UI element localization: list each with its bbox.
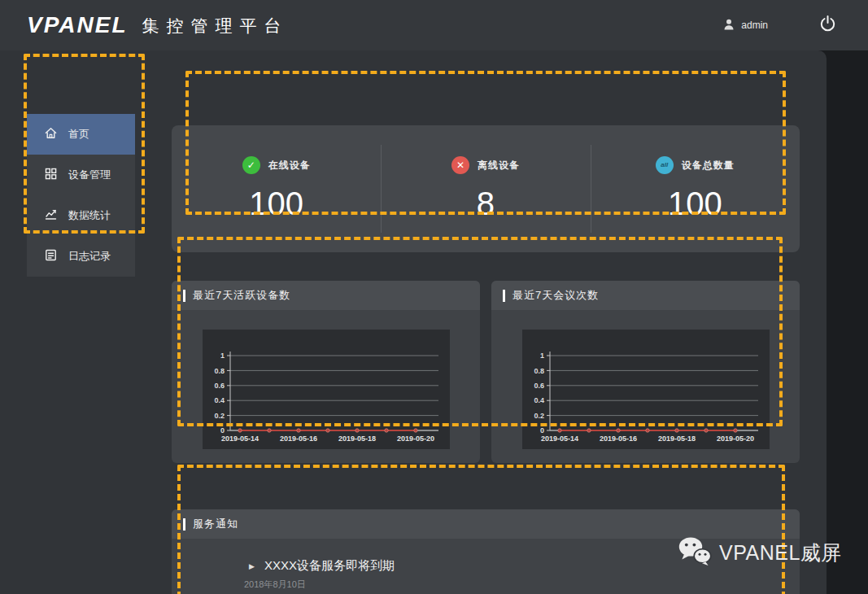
header-right: admin: [722, 15, 837, 36]
watermark-text: VPANEL威屏: [719, 539, 842, 566]
svg-text:0.8: 0.8: [534, 367, 544, 375]
watermark: VPANEL威屏: [678, 536, 842, 570]
chart-panel-active-devices: 最近7天活跃设备数 00.20.40.60.812019-05-142019-0…: [172, 281, 480, 463]
stat-label: 设备总数量: [682, 159, 735, 173]
active-devices-chart: 00.20.40.60.812019-05-142019-05-162019-0…: [203, 330, 450, 449]
home-icon: [44, 126, 58, 142]
sidebar-item-label: 日志记录: [68, 249, 111, 264]
panel-title: 最近7天活跃设备数: [193, 288, 290, 303]
title-bar-decoration: [503, 290, 505, 302]
stat-value: 8: [477, 186, 495, 222]
svg-text:0: 0: [540, 426, 544, 435]
svg-text:0.6: 0.6: [214, 382, 225, 390]
sidebar-item-label: 设备管理: [68, 168, 111, 182]
panel-header: 服务通知: [172, 509, 800, 539]
stats-panel: ✓ 在线设备 100 ✕ 离线设备 8 all 设备总数量 100: [172, 125, 800, 252]
stat-head: all 设备总数量: [656, 156, 735, 174]
svg-text:0.8: 0.8: [214, 367, 225, 375]
app-title: 集控管理平台: [142, 13, 289, 37]
svg-text:2019-05-18: 2019-05-18: [658, 435, 696, 443]
svg-text:0.2: 0.2: [214, 412, 225, 420]
power-icon: [818, 15, 837, 36]
check-circle-icon: ✓: [242, 156, 260, 174]
sidebar-item-label: 首页: [68, 127, 89, 142]
page: VPANEL 集控管理平台 admin: [0, 0, 868, 594]
stat-head: ✓ 在线设备: [242, 156, 311, 174]
panel-header: 最近7天会议次数: [491, 281, 800, 310]
notification-date: 2018年8月10日: [172, 579, 800, 591]
sidebar-item-statistics[interactable]: 数据统计: [27, 195, 135, 236]
content-area: 首页 设备管理: [0, 50, 827, 594]
svg-text:2019-05-16: 2019-05-16: [600, 435, 637, 443]
stat-online-devices: ✓ 在线设备 100: [172, 125, 381, 252]
x-circle-icon: ✕: [451, 156, 469, 174]
svg-text:2019-05-16: 2019-05-16: [280, 435, 317, 443]
meetings-chart: 00.20.40.60.812019-05-142019-05-162019-0…: [522, 330, 770, 449]
title-bar-decoration: [183, 290, 185, 302]
svg-text:0.2: 0.2: [534, 412, 544, 420]
chart-panel-meetings: 最近7天会议次数 00.20.40.60.812019-05-142019-05…: [491, 281, 800, 463]
sidebar-item-logs[interactable]: 日志记录: [27, 236, 135, 277]
sidebar-item-home[interactable]: 首页: [27, 114, 135, 155]
panel-title: 服务通知: [193, 517, 238, 531]
stat-value: 100: [668, 186, 722, 222]
stat-total-devices: all 设备总数量 100: [591, 125, 800, 252]
svg-text:1: 1: [540, 352, 544, 360]
svg-text:0: 0: [220, 426, 225, 435]
logout-button[interactable]: [818, 15, 837, 36]
stat-label: 在线设备: [268, 159, 311, 173]
svg-text:2019-05-20: 2019-05-20: [717, 435, 754, 443]
svg-text:2019-05-14: 2019-05-14: [221, 435, 259, 443]
sidebar-item-label: 数据统计: [68, 208, 111, 223]
svg-text:2019-05-18: 2019-05-18: [338, 435, 376, 443]
stat-value: 100: [249, 186, 303, 222]
panel-header: 最近7天活跃设备数: [172, 281, 480, 310]
stats-icon: [44, 207, 58, 224]
notification-title: XXXX设备服务即将到期: [264, 558, 395, 574]
svg-text:1: 1: [220, 352, 225, 360]
username: admin: [741, 20, 768, 31]
log-icon: [44, 248, 58, 264]
user-icon: [722, 18, 735, 33]
sidebar: 首页 设备管理: [27, 114, 135, 277]
svg-text:0.4: 0.4: [214, 396, 225, 404]
user-menu-button[interactable]: admin: [722, 18, 768, 33]
caret-right-icon: ▶: [249, 562, 255, 570]
all-circle-icon: all: [656, 156, 674, 174]
svg-text:0.4: 0.4: [534, 396, 544, 404]
grid-icon: [44, 167, 58, 183]
svg-text:2019-05-14: 2019-05-14: [541, 435, 578, 443]
svg-text:0.6: 0.6: [534, 382, 544, 390]
app-header: VPANEL 集控管理平台 admin: [0, 0, 868, 50]
stat-offline-devices: ✕ 离线设备 8: [381, 125, 590, 252]
stat-head: ✕ 离线设备: [451, 156, 520, 174]
stat-label: 离线设备: [478, 159, 520, 173]
title-bar-decoration: [183, 518, 185, 531]
wechat-icon: [678, 536, 712, 570]
panel-title: 最近7天会议次数: [513, 288, 599, 303]
sidebar-item-devices[interactable]: 设备管理: [27, 155, 135, 195]
svg-text:2019-05-20: 2019-05-20: [397, 435, 434, 443]
brand: VPANEL 集控管理平台: [27, 12, 289, 38]
vpanel-logo: VPANEL: [27, 12, 128, 38]
